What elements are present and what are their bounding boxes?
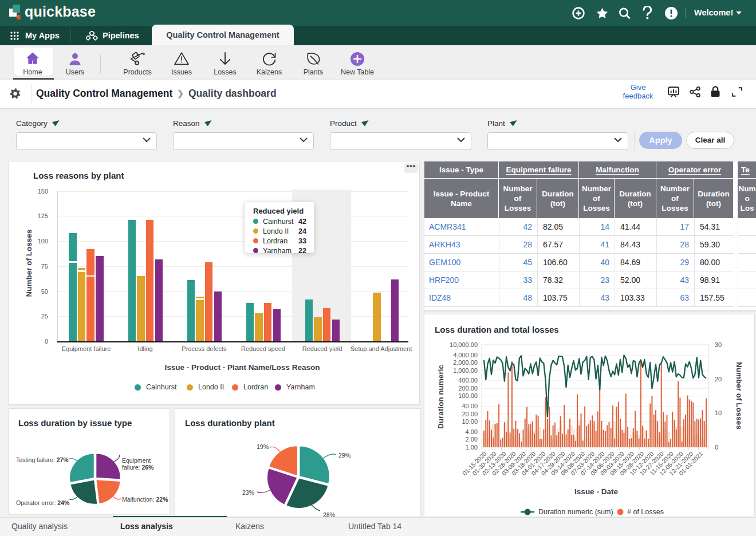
svg-text:Number of Losses: Number of Losses [735, 362, 743, 429]
svg-text:20: 20 [715, 376, 722, 383]
svg-text:40.00: 40.00 [462, 403, 478, 409]
svg-text:20.00: 20.00 [462, 411, 478, 417]
svg-text:Duration numeric (sum): Duration numeric (sum) [538, 508, 613, 516]
svg-text:# of Losses: # of Losses [627, 508, 664, 516]
svg-text:0: 0 [715, 444, 718, 451]
svg-text:4.00: 4.00 [466, 428, 478, 435]
svg-text:10: 10 [715, 409, 722, 416]
svg-text:100.00: 100.00 [458, 392, 478, 399]
svg-text:2.00: 2.00 [466, 436, 478, 443]
svg-text:Duration numeric: Duration numeric [436, 365, 445, 429]
svg-text:200.00: 200.00 [458, 385, 478, 392]
svg-text:10,000.00: 10,000.00 [450, 341, 478, 348]
svg-text:10.00: 10.00 [462, 418, 478, 425]
svg-text:2,000.00: 2,000.00 [453, 359, 478, 366]
svg-text:4,000.00: 4,000.00 [453, 352, 478, 358]
svg-text:30: 30 [715, 341, 722, 348]
svg-text:400.00: 400.00 [458, 377, 478, 384]
svg-text:1,000.00: 1,000.00 [453, 367, 478, 374]
svg-text:Issue - Date: Issue - Date [574, 487, 618, 496]
svg-text:1.00: 1.00 [466, 444, 478, 451]
